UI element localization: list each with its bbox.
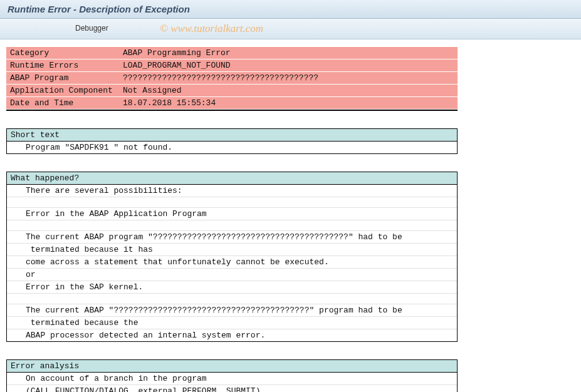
section-line bbox=[7, 294, 457, 304]
section-line: Error in the SAP kernel. bbox=[7, 281, 457, 294]
section-header: Short text bbox=[7, 129, 457, 142]
table-row: Application Component Not Assigned bbox=[6, 85, 458, 97]
table-row: Category ABAP Programming Error bbox=[6, 47, 458, 59]
table-row: Runtime Errors LOAD_PROGRAM_NOT_FOUND bbox=[6, 59, 458, 72]
section-line bbox=[7, 197, 457, 208]
section-header: What happened? bbox=[7, 172, 457, 185]
toolbar: Debugger bbox=[0, 19, 581, 39]
section-body: On account of a branch in the program (C… bbox=[7, 373, 457, 392]
section-line: or bbox=[7, 269, 457, 281]
table-row: Date and Time 18.07.2018 15:55:34 bbox=[6, 97, 458, 110]
section-line: Error in the ABAP Application Program bbox=[7, 208, 457, 220]
section-line: Program "SAPDFK91 " not found. bbox=[7, 142, 457, 153]
content-area: Category ABAP Programming Error Runtime … bbox=[0, 39, 581, 392]
short-text-section: Short text Program "SAPDFK91 " not found… bbox=[6, 128, 458, 154]
window-header: Runtime Error - Description of Exception bbox=[0, 0, 581, 19]
section-body: Program "SAPDFK91 " not found. bbox=[7, 142, 457, 153]
info-value: ???????????????????????????????????????? bbox=[119, 72, 458, 84]
page-title: Runtime Error - Description of Exception bbox=[8, 4, 573, 14]
section-line bbox=[7, 220, 457, 231]
section-line: ABAP processor detected an internal syst… bbox=[7, 329, 457, 341]
section-line: come across a statement that unfortunate… bbox=[7, 256, 457, 269]
section-line: The current ABAP "??????????????????????… bbox=[7, 304, 457, 317]
info-value: LOAD_PROGRAM_NOT_FOUND bbox=[119, 59, 458, 71]
info-label: Application Component bbox=[6, 85, 119, 96]
info-label: ABAP Program bbox=[6, 72, 119, 84]
section-line: terminated because the bbox=[7, 317, 457, 329]
what-happened-section: What happened? There are several possibi… bbox=[6, 172, 458, 342]
info-label: Category bbox=[6, 47, 119, 59]
section-line: On account of a branch in the program bbox=[7, 373, 457, 385]
section-line: terminated because it has bbox=[7, 244, 457, 256]
error-analysis-section: Error analysis On account of a branch in… bbox=[6, 359, 458, 392]
info-value: Not Assigned bbox=[119, 85, 458, 96]
section-line: (CALL FUNCTION/DIALOG, external PERFORM,… bbox=[7, 385, 457, 392]
error-info-table: Category ABAP Programming Error Runtime … bbox=[6, 47, 458, 111]
debugger-button[interactable]: Debugger bbox=[75, 24, 108, 33]
section-line: The current ABAP program "??????????????… bbox=[7, 231, 457, 244]
section-header: Error analysis bbox=[7, 360, 457, 373]
table-row: ABAP Program ???????????????????????????… bbox=[6, 72, 458, 85]
info-label: Runtime Errors bbox=[6, 59, 119, 71]
section-body: There are several possibilities: Error i… bbox=[7, 185, 457, 341]
info-value: ABAP Programming Error bbox=[119, 47, 458, 59]
info-label: Date and Time bbox=[6, 97, 119, 109]
info-value: 18.07.2018 15:55:34 bbox=[119, 97, 458, 109]
section-line: There are several possibilities: bbox=[7, 185, 457, 197]
